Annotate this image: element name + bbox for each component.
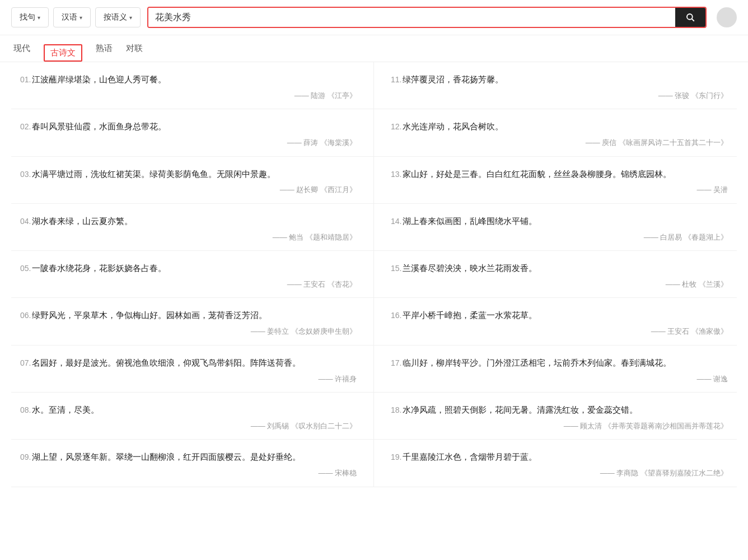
result-sentence: 绿萍覆灵沼，香花扬芳馨。 (403, 74, 503, 84)
find-sentence-dropdown[interactable]: 找句 ▾ (11, 7, 49, 27)
search-button[interactable] (675, 8, 705, 27)
result-number: 16. (391, 311, 401, 320)
result-item: 15.兰溪春尽碧泱泱，映水兰花雨发香。—— 杜牧 《兰溪》 (374, 251, 737, 298)
result-text: 09.湖上望，风景逐年新。翠绕一山翻柳浪，红开四面簇樱云。是处好垂纶。 (20, 450, 357, 464)
result-item: 19.千里嘉陵江水色，含烟带月碧于蓝。—— 李商隐 《望喜驿别嘉陵江水二绝》 (374, 440, 737, 487)
result-sentence: 水满平塘过雨，洗妆红裙芙渠。绿荷美影荫龟鱼。无限闲中景趣。 (32, 169, 275, 179)
result-item: 18.水净风疏，照碧天倒影，花间无暑。清露洗红妆，爱金蕊交错。—— 顾太清 《井… (374, 393, 737, 440)
dropdown1-arrow-icon: ▾ (38, 15, 40, 21)
result-text: 16.平岸小桥千嶂抱，柔蓝一水萦花草。 (391, 308, 728, 323)
result-item: 06.绿野风光，平泉草木，争似梅山好。园林如画，茏荷香泛芳沼。—— 姜特立 《念… (11, 298, 374, 345)
search-input[interactable] (148, 8, 675, 27)
result-source: —— 王安石 《渔家傲》 (391, 326, 728, 337)
result-source: —— 杜牧 《兰溪》 (391, 279, 728, 290)
avatar (717, 7, 737, 27)
tab-couplet[interactable]: 对联 (126, 43, 143, 62)
result-sentence: 水。至清，尽美。 (32, 405, 99, 414)
result-item: 17.临川好，柳岸转平沙。门外澄江丞相宅，坛前乔木列仙家。春到满城花。—— 谢逸 (374, 346, 737, 393)
result-source: —— 谢逸 (391, 374, 728, 385)
result-number: 15. (391, 264, 401, 273)
result-sentence: 江波蘸岸绿堪染，山色迎人秀可餐。 (32, 74, 166, 84)
result-sentence: 湖上望，风景逐年新。翠绕一山翻柳浪，红开四面簇樱云。是处好垂纶。 (32, 452, 301, 461)
result-source: —— 赵长卿 《西江月》 (20, 184, 357, 195)
result-text: 04.湖水春来绿，山云夏亦繁。 (20, 214, 357, 228)
result-item: 11.绿萍覆灵沼，香花扬芳馨。—— 张骏 《东门行》 (374, 62, 737, 109)
result-text: 07.名园好，最好是波光。俯视池鱼吹细浪，仰观飞鸟带斜阳。阵阵送荷香。 (20, 356, 357, 370)
result-text: 03.水满平塘过雨，洗妆红裙芙渠。绿荷美影荫龟鱼。无限闲中景趣。 (20, 167, 357, 181)
language-dropdown[interactable]: 汉语 ▾ (53, 7, 91, 27)
result-source: —— 张骏 《东门行》 (391, 90, 728, 101)
sort-label: 按语义 (104, 12, 127, 22)
result-source: —— 鲍当 《题和靖隐居》 (20, 232, 357, 243)
result-item: 02.春叫风景驻仙霞，水面鱼身总带花。—— 薛涛 《海棠溪》 (11, 109, 374, 156)
result-text: 13.家山好，好处是三春。白白红红花面貌，丝丝袅袅柳腰身。锦绣底园林。 (391, 167, 728, 181)
result-sentence: 湖上春来似画图，乱峰围绕水平铺。 (403, 216, 537, 226)
result-number: 11. (391, 75, 401, 84)
tab-idiom[interactable]: 熟语 (96, 43, 113, 62)
result-sentence: 湖水春来绿，山云夏亦繁。 (32, 216, 133, 226)
result-text: 12.水光连岸动，花风合树吹。 (391, 119, 728, 134)
result-item: 07.名园好，最好是波光。俯视池鱼吹细浪，仰观飞鸟带斜阳。阵阵送荷香。—— 许禧… (11, 346, 374, 393)
result-source: —— 顾太清 《井蒂芙蓉题蒋南沙相国画并蒂莲花》 (391, 421, 728, 432)
result-text: 06.绿野风光，平泉草木，争似梅山好。园林如画，茏荷香泛芳沼。 (20, 308, 357, 323)
result-source: —— 庾信 《咏画屏风诗二十五首其二十一》 (391, 137, 728, 148)
result-sentence: 春叫风景驻仙霞，水面鱼身总带花。 (32, 122, 166, 131)
sort-dropdown[interactable]: 按语义 ▾ (95, 7, 141, 27)
result-text: 02.春叫风景驻仙霞，水面鱼身总带花。 (20, 119, 357, 134)
result-sentence: 一陂春水绕花身，花影妖娆各占春。 (32, 263, 166, 273)
result-number: 13. (391, 170, 401, 179)
result-number: 07. (20, 358, 31, 367)
tabs-nav: 现代 古诗文 熟语 对联 (0, 35, 748, 62)
result-source: —— 姜特立 《念奴娇庚申生朝》 (20, 326, 357, 337)
result-source: —— 李商隐 《望喜驿别嘉陵江水二绝》 (391, 468, 728, 479)
result-item: 16.平岸小桥千嶂抱，柔蓝一水萦花草。—— 王安石 《渔家傲》 (374, 298, 737, 345)
result-number: 17. (391, 358, 401, 367)
result-text: 14.湖上春来似画图，乱峰围绕水平铺。 (391, 214, 728, 228)
result-number: 02. (20, 122, 31, 131)
result-sentence: 兰溪春尽碧泱泱，映水兰花雨发香。 (403, 263, 537, 273)
result-sentence: 水净风疏，照碧天倒影，花间无暑。清露洗红妆，爱金蕊交错。 (403, 405, 638, 414)
result-item: 05.一陂春水绕花身，花影妖娆各占春。—— 王安石 《杏花》 (11, 251, 374, 298)
dropdown2-arrow-icon: ▾ (80, 15, 82, 21)
results-grid: 01.江波蘸岸绿堪染，山色迎人秀可餐。—— 陆游 《江亭》11.绿萍覆灵沼，香花… (0, 62, 748, 487)
find-sentence-label: 找句 (20, 12, 35, 22)
result-source: —— 白居易 《春题湖上》 (391, 232, 728, 243)
result-source: —— 陆游 《江亭》 (20, 90, 357, 101)
result-number: 05. (20, 264, 31, 273)
result-number: 09. (20, 452, 31, 461)
result-sentence: 千里嘉陵江水色，含烟带月碧于蓝。 (403, 452, 537, 461)
result-number: 06. (20, 311, 31, 320)
result-source: —— 王安石 《杏花》 (20, 279, 357, 290)
result-text: 08.水。至清，尽美。 (20, 403, 357, 417)
result-item: 04.湖水春来绿，山云夏亦繁。—— 鲍当 《题和靖隐居》 (11, 204, 374, 251)
result-text: 17.临川好，柳岸转平沙。门外澄江丞相宅，坛前乔木列仙家。春到满城花。 (391, 356, 728, 370)
tab-ancient-poetry[interactable]: 古诗文 (44, 44, 82, 62)
result-source: —— 宋棒稳 (20, 468, 357, 479)
result-text: 11.绿萍覆灵沼，香花扬芳馨。 (391, 72, 728, 87)
result-number: 19. (391, 452, 401, 461)
result-text: 05.一陂春水绕花身，花影妖娆各占春。 (20, 261, 357, 276)
svg-line-1 (692, 19, 694, 21)
result-number: 04. (20, 217, 31, 226)
result-sentence: 绿野风光，平泉草木，争似梅山好。园林如画，茏荷香泛芳沼。 (32, 310, 267, 320)
result-text: 19.千里嘉陵江水色，含烟带月碧于蓝。 (391, 450, 728, 464)
result-text: 01.江波蘸岸绿堪染，山色迎人秀可餐。 (20, 72, 357, 87)
result-source: —— 薛涛 《海棠溪》 (20, 137, 357, 148)
tab-modern[interactable]: 现代 (13, 43, 30, 62)
result-text: 15.兰溪春尽碧泱泱，映水兰花雨发香。 (391, 261, 728, 276)
result-item: 03.水满平塘过雨，洗妆红裙芙渠。绿荷美影荫龟鱼。无限闲中景趣。—— 赵长卿 《… (11, 157, 374, 204)
result-item: 13.家山好，好处是三春。白白红红花面貌，丝丝袅袅柳腰身。锦绣底园林。—— 吴潜 (374, 157, 737, 204)
result-item: 01.江波蘸岸绿堪染，山色迎人秀可餐。—— 陆游 《江亭》 (11, 62, 374, 109)
language-label: 汉语 (62, 12, 77, 22)
result-text: 18.水净风疏，照碧天倒影，花间无暑。清露洗红妆，爱金蕊交错。 (391, 403, 728, 417)
result-item: 08.水。至清，尽美。—— 刘禹锡 《叹水别白二十二》 (11, 393, 374, 440)
result-item: 12.水光连岸动，花风合树吹。—— 庾信 《咏画屏风诗二十五首其二十一》 (374, 109, 737, 156)
result-sentence: 水光连岸动，花风合树吹。 (403, 122, 503, 131)
search-box (147, 7, 707, 28)
result-source: —— 刘禹锡 《叹水别白二十二》 (20, 421, 357, 432)
result-item: 09.湖上望，风景逐年新。翠绕一山翻柳浪，红开四面簇樱云。是处好垂纶。—— 宋棒… (11, 440, 374, 487)
result-sentence: 家山好，好处是三春。白白红红花面貌，丝丝袅袅柳腰身。锦绣底园林。 (403, 169, 671, 179)
dropdown3-arrow-icon: ▾ (129, 15, 132, 21)
result-number: 03. (20, 170, 31, 179)
search-icon (685, 12, 695, 22)
